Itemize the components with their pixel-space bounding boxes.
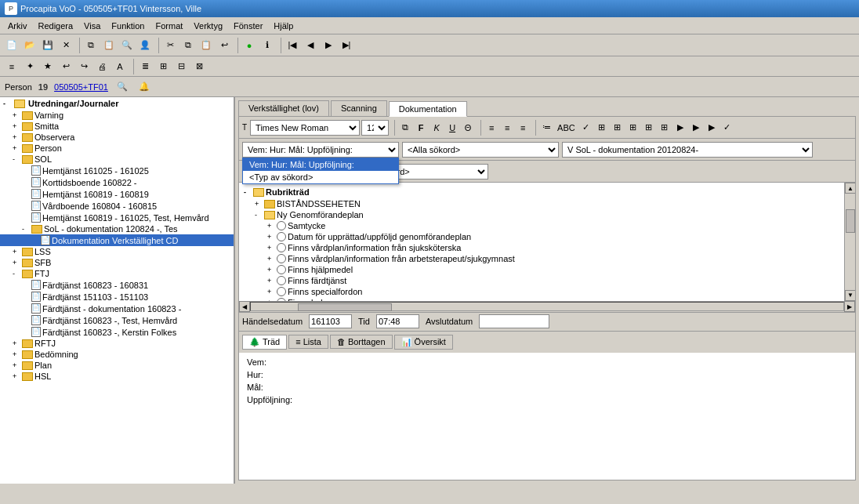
person-search-btn[interactable]: 🔍: [114, 79, 130, 95]
menu-arkiv[interactable]: Arkiv: [3, 20, 31, 31]
left-tree-item[interactable]: -SOL: [0, 154, 234, 165]
criteria-select[interactable]: Vem: Hur: Mål: Uppföljning: <Typ av söko…: [242, 142, 399, 158]
save-btn[interactable]: 💾: [39, 37, 56, 54]
left-tree-item[interactable]: 📄Färdtjänst 160823 -, Test, Hemvård: [0, 314, 234, 326]
tb2-1[interactable]: ≡: [3, 58, 20, 75]
scroll-right-btn[interactable]: ▶: [844, 301, 855, 312]
left-tree-item[interactable]: 📄Färdtjänst - dokumentation 160823 -: [0, 303, 234, 314]
tb2-redo[interactable]: ↪: [75, 58, 92, 75]
left-tree-item[interactable]: +SFB: [0, 257, 234, 268]
paste-btn[interactable]: 📋: [100, 37, 118, 54]
undo-btn[interactable]: ↩: [216, 37, 233, 54]
doc-tree-item[interactable]: +Finns vårdplan/information från sjukskö…: [242, 242, 841, 253]
person-btn[interactable]: 👤: [136, 37, 154, 54]
vertical-scrollbar[interactable]: ▲ ▼: [844, 183, 855, 301]
format-copy-btn[interactable]: ⧉: [398, 120, 412, 136]
doc-tree-item[interactable]: -Ny Genomförandeplan: [242, 209, 841, 220]
left-tree-item[interactable]: 📄Färdtjänst 160823 -, Kerstin Folkes: [0, 326, 234, 338]
delete-btn[interactable]: ✕: [57, 37, 74, 54]
left-tree-item[interactable]: 📄Färdtjänst 160823 - 160831: [0, 279, 234, 291]
date-input[interactable]: [309, 314, 352, 328]
left-tree-item[interactable]: +Observera: [0, 132, 234, 143]
tb2-6[interactable]: ⊞: [154, 58, 172, 75]
font-select[interactable]: Times New Roman: [250, 120, 360, 136]
menu-funktion[interactable]: Funktion: [107, 20, 149, 31]
left-tree-item[interactable]: -SoL - dokumentation 120824 -, Tes: [0, 223, 234, 234]
view-tab-lista[interactable]: ≡ Lista: [288, 335, 328, 349]
left-tree-item[interactable]: 📄Vårdboende 160804 - 160815: [0, 200, 234, 212]
search-select[interactable]: <Alla sökord>: [402, 142, 559, 158]
tb2-font[interactable]: A: [111, 58, 129, 75]
left-tree-item[interactable]: -FTJ: [0, 268, 234, 279]
doc-tree-item[interactable]: +Datum för upprättad/uppföljd genomföran…: [242, 231, 841, 242]
doc-tree-item[interactable]: +Finns vårdplan/information från arbetst…: [242, 253, 841, 264]
left-tree-item[interactable]: 📄Korttidsboende 160822 -: [0, 176, 234, 188]
tb2-print[interactable]: 🖨: [93, 58, 111, 75]
doc-tree-item[interactable]: +BISTÅNDSSEHETEN: [242, 198, 841, 209]
left-tree-item[interactable]: +RFTJ: [0, 338, 234, 349]
tb2-2[interactable]: ✦: [21, 58, 38, 75]
menu-fonster[interactable]: Fönster: [229, 20, 267, 31]
nav-next[interactable]: ▶: [320, 37, 337, 54]
new-btn[interactable]: 📄: [3, 37, 20, 54]
info-btn[interactable]: ℹ: [259, 37, 276, 54]
criteria-dropdown[interactable]: Vem: Hur: Mål: Uppföljning: <Typ av söko…: [242, 158, 399, 184]
left-tree-item[interactable]: 📄Hemtjänst 161025 - 161025: [0, 165, 234, 176]
scroll-grip[interactable]: [846, 209, 855, 233]
left-tree-item[interactable]: +Person: [0, 143, 234, 154]
tb2-3[interactable]: ★: [39, 58, 56, 75]
view-tab-borttagen[interactable]: 🗑 Borttagen: [330, 335, 393, 349]
left-tree-item[interactable]: 📄Hemtjänst 160819 - 160819: [0, 188, 234, 200]
person-id[interactable]: 050505+TF01: [54, 82, 108, 92]
scroll-down-btn[interactable]: ▼: [845, 290, 855, 301]
end-date-input[interactable]: [479, 314, 549, 328]
menu-verktyg[interactable]: Verktyg: [189, 20, 227, 31]
view-tab-trad[interactable]: 🌲 Träd: [242, 335, 287, 350]
list-btn[interactable]: ≔: [539, 120, 553, 136]
h-scroll-grip[interactable]: [298, 303, 392, 311]
tb2-undo[interactable]: ↩: [57, 58, 74, 75]
tb2-5[interactable]: ≣: [136, 58, 154, 75]
spell-btn[interactable]: ABC: [555, 120, 578, 136]
left-tree-item[interactable]: 📄Hemtjänst 160819 - 161025, Test, Hemvår…: [0, 212, 234, 223]
doc-tree-item[interactable]: +Finns hjälpmedel: [242, 264, 841, 275]
tab-dokumentation[interactable]: Dokumentation: [389, 101, 467, 117]
tab-scanning[interactable]: Scanning: [331, 100, 387, 116]
align-center-btn[interactable]: ≡: [500, 120, 514, 136]
tb2-8[interactable]: ⊠: [190, 58, 208, 75]
strikethrough-btn[interactable]: Θ: [461, 120, 475, 136]
time-input[interactable]: [376, 314, 419, 328]
tb-more5[interactable]: ⊞: [658, 120, 672, 136]
refresh-btn[interactable]: ●: [241, 37, 258, 54]
open-btn[interactable]: 📂: [21, 37, 38, 54]
tab-verkstallighet[interactable]: Verkställighet (lov): [238, 100, 329, 116]
left-tree-item[interactable]: +Plan: [0, 360, 234, 371]
tb-more2[interactable]: ⊞: [611, 120, 625, 136]
copy2-btn[interactable]: ⧉: [179, 37, 197, 54]
left-tree-item[interactable]: +Smitta: [0, 121, 234, 132]
dropdown-option-2[interactable]: <Typ av sökord>: [243, 171, 398, 183]
spell2-btn[interactable]: ✓: [579, 120, 593, 136]
tb-more4[interactable]: ⊞: [642, 120, 656, 136]
tb-more3[interactable]: ⊞: [626, 120, 640, 136]
tb2-7[interactable]: ⊟: [172, 58, 190, 75]
menu-redigera[interactable]: Redigera: [33, 20, 78, 31]
tb-check[interactable]: ✓: [720, 120, 734, 136]
tb-more6[interactable]: ▶: [673, 120, 687, 136]
search-btn[interactable]: 🔍: [118, 37, 136, 54]
left-tree-item[interactable]: +LSS: [0, 246, 234, 257]
tb-more7[interactable]: ▶: [689, 120, 703, 136]
underline-btn[interactable]: U: [445, 120, 459, 136]
tb-more8[interactable]: ▶: [705, 120, 719, 136]
nav-prev[interactable]: ◀: [302, 37, 319, 54]
left-tree-item[interactable]: 📄Färdtjänst 151103 - 151103: [0, 291, 234, 303]
view-tab-oversikt[interactable]: 📊 Översikt: [394, 335, 453, 350]
h-scroll-track[interactable]: [250, 302, 844, 311]
tb-more1[interactable]: ⊞: [595, 120, 609, 136]
menu-hjalp[interactable]: Hjälp: [269, 20, 298, 31]
bold-btn[interactable]: F: [414, 120, 428, 136]
nav-last[interactable]: ▶|: [338, 37, 355, 54]
root-expand-icon[interactable]: -: [3, 100, 11, 107]
align-right-btn[interactable]: ≡: [516, 120, 530, 136]
scroll-up-btn[interactable]: ▲: [845, 183, 855, 194]
